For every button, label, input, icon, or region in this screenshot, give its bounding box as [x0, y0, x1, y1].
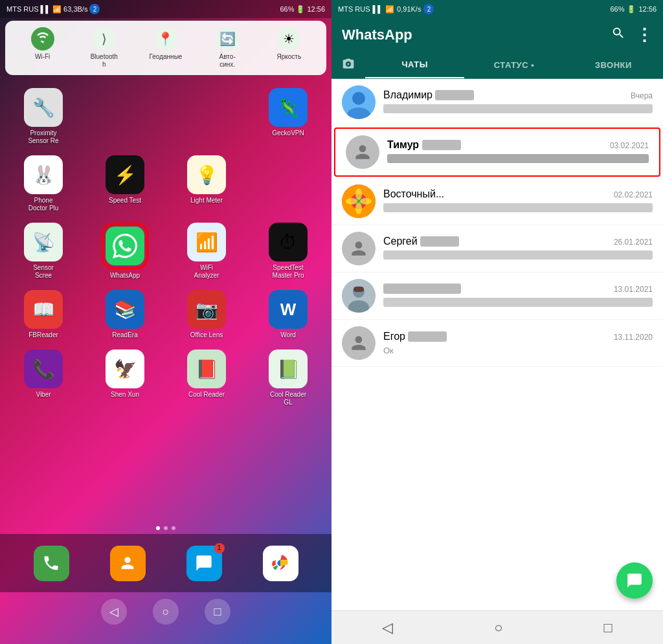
app-wifi-analyzer[interactable]: 📶 WiFiAnalyzer	[166, 217, 247, 285]
app-speed-test[interactable]: ⚡ Speed Test	[84, 150, 166, 217]
messages-icon: 1	[186, 546, 222, 581]
gecko-label: GeckoVPN	[272, 129, 304, 137]
bluetooth-label: Bluetoothh	[91, 53, 118, 69]
chat-content-timur: Тимур 03.02.2021	[387, 139, 649, 166]
app-whatsapp[interactable]: WhatsApp	[84, 217, 166, 285]
whatsapp-screen: MTS RUS ▌▌ 📶 0,91K/s 2 66% 🔋 12:56 Whats…	[332, 0, 663, 644]
sensor-label: SensorScree	[33, 264, 54, 280]
gecko-icon: 🦎	[269, 88, 308, 127]
wa-notification: 2	[423, 4, 434, 14]
chat-preview-egor: Ок	[383, 346, 394, 355]
wa-battery: 66%	[610, 5, 624, 13]
app-viber[interactable]: 📞 Viber	[3, 344, 84, 412]
app-sensor[interactable]: 📡 SensorScree	[3, 217, 84, 285]
app-readera[interactable]: 📚 ReadEra	[84, 285, 166, 344]
chat-list: Владимир Вчера Тимур 03.02.2021	[332, 79, 663, 610]
avatar-vladimir	[342, 85, 376, 119]
chat-item-vladimir[interactable]: Владимир Вчера	[332, 79, 663, 126]
page-dots	[0, 522, 332, 534]
qs-autosync[interactable]: 🔄 Авто-синх.	[210, 27, 245, 69]
qs-wifi[interactable]: Wi-Fi	[25, 27, 60, 69]
cool-reader-icon: 📕	[187, 350, 226, 388]
chat-name-suffix-sergey	[420, 236, 459, 247]
wa-carrier: MTS RUS	[338, 5, 370, 13]
app-word[interactable]: W Word	[247, 285, 329, 344]
whatsapp-label: WhatsApp	[110, 272, 140, 280]
app-cool-reader-gl[interactable]: 📗 Cool ReaderGL	[247, 344, 329, 412]
chat-item-egor[interactable]: Егор 13.11.2020 Ок	[332, 320, 663, 367]
wifi-analyzer-label: WiFiAnalyzer	[194, 264, 219, 280]
dock-messages[interactable]: 1	[186, 546, 222, 581]
avatar-unknown4	[342, 279, 376, 313]
qs-location[interactable]: 📍 Геоданные	[148, 27, 183, 69]
dock-phone[interactable]	[34, 546, 69, 581]
tab-chats[interactable]: ЧАТЫ	[365, 52, 464, 78]
app-light-meter[interactable]: 💡 Light Meter	[166, 150, 247, 217]
wa-fab-button[interactable]	[616, 562, 653, 599]
sensor-icon: 📡	[24, 223, 63, 261]
chat-date-timur: 03.02.2021	[610, 141, 649, 150]
chat-item-timur[interactable]: Тимур 03.02.2021	[334, 128, 660, 177]
tab-camera[interactable]	[332, 52, 365, 78]
home-button[interactable]: ○	[153, 599, 179, 625]
app-phone-doctor[interactable]: 🐰 PhoneDoctor Plu	[3, 150, 84, 217]
chat-item-sergey[interactable]: Сергей 26.01.2021	[332, 225, 663, 272]
chat-top-unknown4: 13.01.2021	[383, 283, 653, 294]
dock-chrome[interactable]	[263, 546, 298, 581]
autosync-icon: 🔄	[216, 27, 239, 50]
wifi-analyzer-icon: 📶	[187, 223, 226, 261]
back-button[interactable]: ◁	[101, 599, 127, 625]
app-dock: 1	[0, 534, 332, 592]
cool-reader-label: Cool Reader	[188, 391, 225, 399]
wa-search-icon[interactable]	[611, 26, 625, 44]
wa-more-icon[interactable]: ⋮	[636, 27, 653, 43]
whatsapp-highlight	[102, 223, 148, 269]
wa-app-title: WhatsApp	[342, 27, 412, 43]
office-lens-label: Office Lens	[190, 331, 223, 339]
tab-status[interactable]: СТАТУС •	[464, 52, 563, 78]
wa-recent-button[interactable]: □	[604, 619, 612, 636]
contacts-icon	[110, 546, 146, 581]
office-lens-icon: 📷	[187, 290, 226, 329]
dock-contacts[interactable]	[110, 546, 146, 581]
app-shen-xun[interactable]: 🦅 Shen Xun	[84, 344, 166, 412]
tab-calls[interactable]: ЗВОНКИ	[564, 52, 663, 78]
avatar-vostochny	[342, 184, 376, 218]
qs-brightness[interactable]: ☀ Яркость	[271, 27, 307, 69]
wa-home-button[interactable]: ○	[494, 619, 502, 636]
qs-bluetooth[interactable]: ⟩ Bluetoothh	[86, 27, 122, 69]
chat-item-unknown4[interactable]: 13.01.2021	[332, 272, 663, 320]
wa-back-button[interactable]: ◁	[382, 619, 393, 636]
signal-icon: ▌▌	[41, 5, 51, 13]
avatar-sergey	[342, 232, 376, 265]
wa-header: WhatsApp ⋮	[332, 18, 663, 52]
chat-name-suffix-vladimir	[435, 90, 474, 100]
chat-content-vostochny: Восточный... 02.02.2021	[383, 188, 653, 215]
chat-item-vostochny[interactable]: Восточный... 02.02.2021	[332, 178, 663, 225]
app-fbreader[interactable]: 📖 FBReader	[3, 285, 84, 344]
speedtest-master-icon: ⏱	[269, 223, 308, 261]
shen-xun-label: Shen Xun	[111, 391, 139, 399]
app-speedtest-master[interactable]: ⏱ SpeedTestMaster Pro	[247, 217, 329, 285]
chat-name-egor: Егор	[383, 331, 447, 342]
quick-settings-panel: Wi-Fi ⟩ Bluetoothh 📍 Геоданные 🔄 Авто-си…	[5, 21, 326, 75]
proximity-icon: 🔧	[24, 88, 63, 127]
app-gecko[interactable]: 🦎 GeckoVPN	[247, 83, 329, 150]
app-proximity[interactable]: 🔧 ProximitySensor Re	[3, 83, 84, 150]
chat-name-vladimir: Владимир	[383, 89, 474, 101]
whatsapp-icon	[106, 227, 144, 265]
chat-preview-timur	[387, 154, 649, 163]
speed-text: 63,3B/s	[63, 5, 87, 13]
chat-date-unknown4: 13.01.2021	[614, 285, 653, 294]
app-cool-reader[interactable]: 📕 Cool Reader	[166, 344, 247, 412]
wifi-icon: 📶	[52, 5, 62, 14]
wa-speed: 0,91K/s	[397, 5, 421, 13]
chrome-icon	[263, 546, 298, 581]
chat-top-vladimir: Владимир Вчера	[383, 89, 653, 101]
recent-button[interactable]: □	[205, 599, 230, 625]
app-grid: 🔧 ProximitySensor Re 🦎 GeckoVPN 🐰 PhoneD…	[0, 78, 332, 522]
left-nav: ◁ ○ □	[0, 592, 332, 644]
chat-top-vostochny: Восточный... 02.02.2021	[383, 188, 653, 200]
battery-icon: 🔋	[296, 5, 305, 14]
app-office-lens[interactable]: 📷 Office Lens	[166, 285, 247, 344]
